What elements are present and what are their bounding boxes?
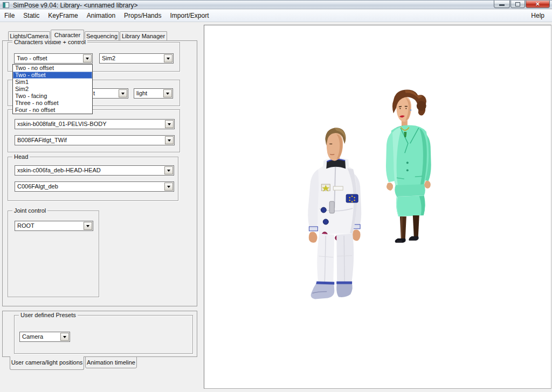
combo-dropdown-icon[interactable] [164,54,172,62]
head-mesh-combo[interactable]: xskin-c006fa_deb-HEAD-HEAD [15,165,174,176]
combo-dropdown-icon[interactable] [165,136,174,144]
menu-help[interactable]: Help [527,10,549,22]
combo-dropdown-icon[interactable] [164,183,173,191]
skin-tone-combo[interactable]: light [134,88,173,99]
minimize-icon [499,4,505,6]
scene-render [204,25,551,388]
close-button[interactable]: ✕ [526,1,550,8]
presets-group-label: User defined Presets [19,312,78,319]
tab-character[interactable]: Character [51,30,84,41]
restore-button[interactable] [510,1,525,8]
list-item-selected[interactable]: Two - offset [13,72,92,79]
menu-keyframe[interactable]: KeyFrame [44,10,82,22]
menu-import-export[interactable]: Import/Export [165,10,213,22]
list-item[interactable]: Three - no offset [13,100,92,107]
head-texture-combo[interactable]: C006FAlgt_deb [15,181,174,192]
app-icon [3,2,9,8]
body-texture-combo[interactable]: B008FAFitlgt_TWif [15,135,175,145]
character-male-astronaut [308,128,361,299]
character-mode-combo[interactable]: Two - offset [14,53,93,64]
list-item[interactable]: Two - facing [13,93,92,100]
viewport-3d[interactable] [204,25,551,389]
menu-animation[interactable]: Animation [82,10,120,22]
list-item[interactable]: Sim1 [13,79,92,86]
body-mesh-combo[interactable]: xskin-b008fafit_01-PELVIS-BODY [15,119,175,129]
head-group-label: Head [12,153,30,160]
combo-dropdown-icon[interactable] [165,120,174,128]
character-female-suit [386,89,431,242]
menu-props-hands[interactable]: Props/Hands [120,10,165,22]
combo-dropdown-icon[interactable] [164,166,173,174]
joint-combo[interactable]: ROOT [15,221,93,231]
active-sim-combo[interactable]: Sim2 [99,53,174,64]
list-item[interactable]: Two - no offset [13,65,92,72]
menu-static[interactable]: Static [19,10,44,22]
head-group: Head [8,157,178,201]
tab-library-manager[interactable]: Library Manager [120,31,167,40]
combo-dropdown-icon[interactable] [163,89,172,97]
window-title: SimPose v9.04: Library- <unnamed library… [13,2,137,9]
preset-target-combo[interactable]: Camera [19,332,70,342]
character-mode-open-list: Two - no offset Two - offset Sim1 Sim2 T… [12,64,93,114]
combo-dropdown-icon[interactable] [119,89,127,97]
close-icon: ✕ [535,1,540,8]
menu-file[interactable]: File [0,10,19,22]
list-item[interactable]: Four - no offset [13,107,92,114]
title-bar[interactable]: SimPose v9.04: Library- <unnamed library… [0,0,552,9]
minimize-button[interactable] [494,1,510,8]
tab-sequencing[interactable]: Sequencing [85,31,119,40]
list-item[interactable]: Sim2 [13,86,92,93]
combo-dropdown-icon[interactable] [83,54,92,62]
simpose-window: SimPose v9.04: Library- <unnamed library… [0,0,552,392]
tab-animation-timeline[interactable]: Animation timeline [85,356,137,368]
restore-icon [515,2,520,6]
combo-dropdown-icon[interactable] [84,222,92,230]
body-group [8,109,180,152]
combo-dropdown-icon[interactable] [60,333,69,341]
joint-control-group-label: Joint control [12,207,47,214]
tab-user-camera-light-positions[interactable]: User camera/light positions [10,356,84,370]
menu-bar: File Static KeyFrame Animation Props/Han… [0,10,552,22]
